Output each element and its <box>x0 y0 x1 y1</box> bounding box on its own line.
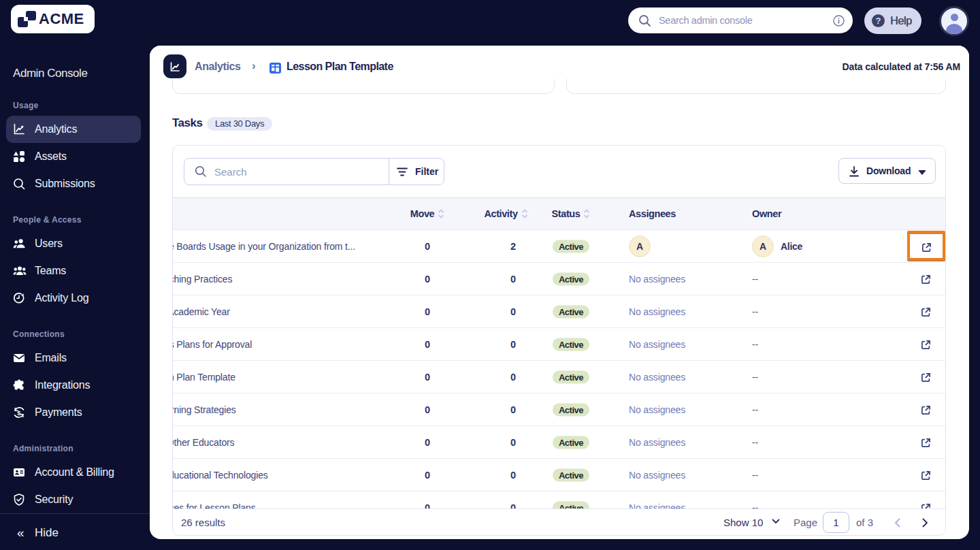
svg-text:$: $ <box>17 409 21 417</box>
